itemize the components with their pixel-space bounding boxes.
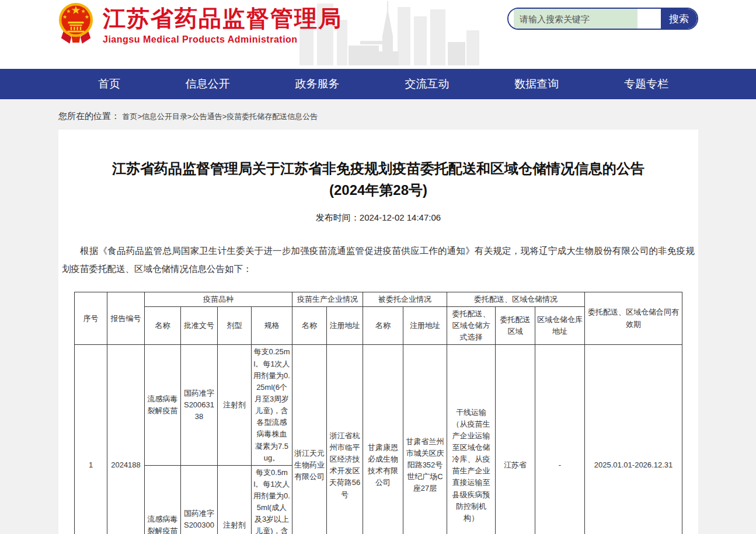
table-row-1a: 1 2024188 流感病毒裂解疫苗 国药准字S20063138 注射剂 每支0… [75,345,682,465]
announcement-paragraph: 根据《食品药品监管总局国家卫生计生委关于进一步加强疫苗流通监管促进疫苗供应工作的… [62,242,695,277]
national-emblem-icon[interactable] [58,2,94,44]
main-nav: 首页 信息公开 政务服务 交流互动 数据查询 专题专栏 [0,69,756,99]
cell-mode: 干线运输（从疫苗生产企业运输至区域仓储冷库、从疫苗生产企业直接运输至县级疾病预防… [447,345,496,534]
cell-approval-no: 国药准字S20030072 [181,465,218,534]
cell-vaccine-name: 流感病毒裂解疫苗 [145,465,181,534]
page-title-line1: 江苏省药品监督管理局关于江苏省非免疫规划疫苗委托配送和区域仓储情况信息的公告 [62,158,695,179]
breadcrumb: 您所在的位置： 首页>信息公开目录>公告通告>疫苗委托储存配送信息公告 [58,111,756,122]
cell-region: 江苏省 [496,345,535,534]
col-header-dosage-form: 剂型 [218,306,252,344]
nav-item-interaction[interactable]: 交流互动 [405,76,449,92]
cell-mfr-addr: 浙江省杭州市临平区经济技术开发区天荷路56号 [327,345,363,534]
col-header-approval-no: 批准文号 [181,306,218,344]
cell-contract: 2025.01.01-2026.12.31 [585,345,682,534]
vaccine-table: 序号 报告编号 疫苗品种 疫苗生产企业情况 被委托企业情况 委托配送、区域仓储情… [74,292,682,534]
cell-spec: 每支0.25ml。每1次人用剂量为0.25ml(6个月至3周岁儿童)，含各型流感… [252,345,292,465]
col-group-vaccine: 疫苗品种 [145,292,292,306]
cell-dosage-form: 注射剂 [218,345,252,465]
col-group-manufacturer: 疫苗生产企业情况 [292,292,363,306]
col-group-entrusted: 被委托企业情况 [363,292,447,306]
cell-ent-addr: 甘肃省兰州市城关区庆阳路352号世纪广场C座27层 [403,345,447,534]
site-brand: 江苏省药品监督管理局 Jiangsu Medical Products Admi… [103,6,342,45]
search-input[interactable] [514,9,637,29]
breadcrumb-path[interactable]: 首页>信息公开目录>公告通告>疫苗委托储存配送信息公告 [122,112,318,121]
col-group-distribution: 委托配送、区域仓储情况 [447,292,585,306]
cell-ent-name: 甘肃康恩必成生物技术有限公司 [363,345,403,534]
table-header-row-1: 序号 报告编号 疫苗品种 疫苗生产企业情况 被委托企业情况 委托配送、区域仓储情… [75,292,682,306]
col-header-spec: 规格 [252,306,292,344]
search-button[interactable]: 搜索 [661,9,697,29]
col-header-warehouse-addr: 区域仓储仓库地址 [535,306,585,344]
cell-mfr-name: 浙江天元生物药业有限公司 [292,345,327,534]
nav-item-gov-services[interactable]: 政务服务 [295,76,340,92]
cell-warehouse-addr: - [535,345,585,534]
search-pad [508,9,514,29]
col-header-region: 委托配送区域 [496,306,535,344]
nav-item-home[interactable]: 首页 [98,76,120,92]
cell-vaccine-name: 流感病毒裂解疫苗 [145,345,181,465]
col-header-vaccine-name: 名称 [145,306,181,344]
nav-item-data-query[interactable]: 数据查询 [514,76,559,92]
cell-report-no: 2024188 [107,345,145,534]
col-header-mfr-addr: 注册地址 [327,306,363,344]
cell-dosage-form: 注射剂 [218,465,252,534]
page-title-line2: (2024年第28号) [62,179,695,201]
col-header-contract-period: 委托配送、区域仓储合同有效期 [585,292,682,345]
search-bar: 搜索 [507,8,698,30]
col-header-mode: 委托配送、区域仓储方式选择 [447,306,496,344]
col-header-report-no: 报告编号 [107,292,145,345]
cell-approval-no: 国药准字S20063138 [181,345,218,465]
breadcrumb-prefix: 您所在的位置： [58,111,120,121]
col-header-ent-addr: 注册地址 [403,306,447,344]
col-header-mfr-name: 名称 [292,306,327,344]
publish-time: 发布时间：2024-12-02 14:47:06 [62,212,695,224]
content-panel: 江苏省药品监督管理局关于江苏省非免疫规划疫苗委托配送和区域仓储情况信息的公告 (… [58,130,698,534]
col-header-ent-name: 名称 [363,306,403,344]
col-header-seq: 序号 [75,292,107,345]
nav-item-special-topics[interactable]: 专题专栏 [624,76,668,92]
site-subtitle: Jiangsu Medical Products Administration [103,34,342,45]
cell-spec: 每支0.5ml。每1次人用剂量为0.5ml(成人及3岁以上儿童)，含各型流感病毒… [252,465,292,534]
site-title: 江苏省药品监督管理局 [103,6,342,32]
nav-item-info-disclosure[interactable]: 信息公开 [186,76,230,92]
site-header: 江苏省药品监督管理局 Jiangsu Medical Products Admi… [0,0,756,69]
search-gap [637,9,661,29]
cell-seq: 1 [75,345,107,534]
